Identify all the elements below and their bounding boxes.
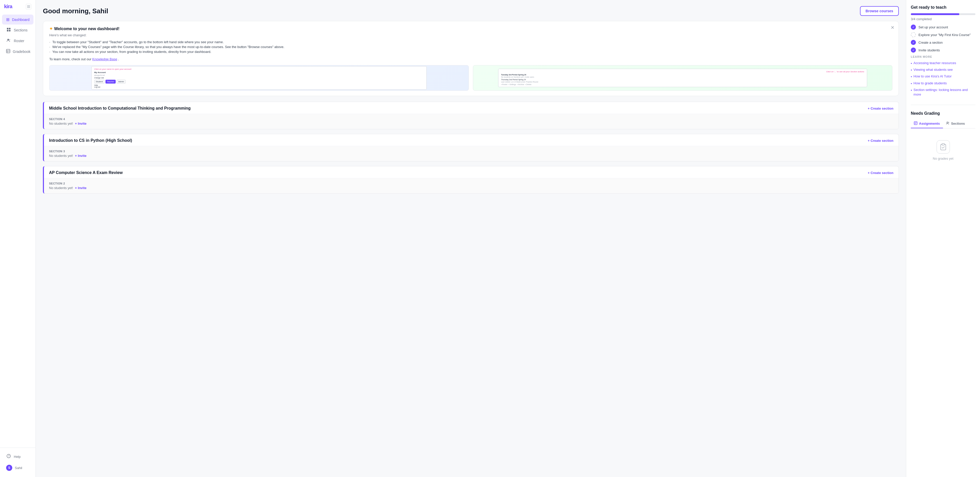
- invite-link[interactable]: + Invite: [75, 121, 87, 126]
- tab-sections[interactable]: Sections: [943, 119, 968, 128]
- ss-right-caption: Click on '...' to see all your Section a…: [501, 70, 864, 73]
- checklist-label: Invite students: [918, 48, 940, 52]
- checklist-label: Explore your "My First Kira Course": [918, 33, 970, 37]
- welcome-subtitle: Here's what we changed:: [49, 33, 892, 37]
- sidebar-item-user[interactable]: S Sahil: [2, 462, 33, 474]
- knowledge-base-link[interactable]: Knowledge Base: [92, 57, 117, 61]
- assignments-tab-icon: [914, 121, 918, 126]
- screenshot-left: Click on your name to open your account …: [49, 65, 469, 91]
- course-block: AP Computer Science A Exam Review + Crea…: [43, 166, 899, 194]
- section-card: SECTION 3 No students yet! + Invite: [44, 146, 899, 161]
- create-section-button[interactable]: + Create section: [868, 107, 893, 110]
- checklist-item-1: Explore your "My First Kira Course": [911, 32, 975, 37]
- sidebar-item-gradebook[interactable]: Gradebook: [2, 46, 33, 57]
- svg-rect-6: [9, 30, 11, 32]
- close-banner-button[interactable]: ✕: [891, 25, 894, 30]
- learn-link-0[interactable]: • Accessing teacher resources: [911, 61, 975, 65]
- course-header: AP Computer Science A Exam Review + Crea…: [44, 166, 899, 178]
- main-header: Good morning, Sahil Browse courses: [43, 6, 899, 16]
- create-section-button[interactable]: + Create section: [868, 139, 893, 142]
- main-content: Good morning, Sahil Browse courses ✕ ✦ W…: [36, 0, 906, 477]
- learn-link-2[interactable]: • How to use Kira's AI Tutor: [911, 74, 975, 79]
- sidebar-item-roster[interactable]: Roster: [2, 36, 33, 46]
- learn-link-1[interactable]: • Viewing what students see: [911, 67, 975, 72]
- svg-rect-2: [27, 7, 30, 8]
- courses-container: Middle School Introduction to Computatio…: [43, 102, 899, 194]
- sidebar-item-dashboard[interactable]: ⊞ Dashboard: [2, 14, 33, 24]
- app-logo: kira: [4, 3, 12, 10]
- checklist-item-3: ✓ Invite students: [911, 48, 975, 53]
- svg-rect-5: [7, 30, 8, 32]
- svg-rect-0: [27, 5, 30, 6]
- sidebar-logo: kira: [0, 0, 35, 12]
- gradebook-icon: [6, 49, 10, 54]
- sidebar-collapse-button[interactable]: [26, 4, 32, 10]
- browse-courses-button[interactable]: Browse courses: [860, 6, 899, 16]
- panel-divider: [911, 105, 975, 105]
- dashboard-icon: ⊞: [6, 17, 10, 22]
- svg-rect-1: [27, 6, 30, 7]
- tab-assignments[interactable]: Assignments: [911, 119, 943, 128]
- invite-link[interactable]: + Invite: [75, 154, 87, 158]
- sidebar: kira ⊞ Dashboard Sections: [0, 0, 36, 477]
- checklist-label: Create a section: [918, 41, 943, 45]
- bullet-icon: •: [911, 61, 912, 65]
- svg-rect-22: [942, 144, 945, 145]
- course-header: Introduction to CS in Python (High Schoo…: [44, 134, 899, 146]
- list-item: You can now take all actions on your sec…: [49, 49, 892, 54]
- section-label: SECTION 3: [49, 150, 893, 153]
- course-title: Introduction to CS in Python (High Schoo…: [49, 138, 132, 143]
- needs-grading-section: Needs Grading Assignments: [911, 111, 975, 163]
- sidebar-item-label: Sections: [14, 28, 27, 32]
- avatar: S: [6, 465, 12, 471]
- list-item: To toggle between your "Student" and "Te…: [49, 40, 892, 45]
- bullet-icon: •: [911, 68, 912, 72]
- svg-point-7: [7, 39, 9, 40]
- sidebar-item-help[interactable]: ? Help: [2, 451, 33, 462]
- checkmark-icon: ✓: [911, 48, 916, 53]
- sidebar-item-label: Sahil: [15, 466, 22, 470]
- svg-rect-4: [9, 28, 11, 29]
- sidebar-item-sections[interactable]: Sections: [2, 25, 33, 35]
- sidebar-item-label: Dashboard: [12, 18, 30, 22]
- create-section-button[interactable]: + Create section: [868, 171, 893, 175]
- section-students: No students yet! + Invite: [49, 154, 893, 158]
- sparkle-icon: ✦: [49, 26, 52, 31]
- checklist-item-2: ✓ Create a section: [911, 40, 975, 45]
- section-label: SECTION 2: [49, 182, 893, 185]
- svg-rect-9: [6, 49, 10, 53]
- learn-more-text: To learn more, check out our Knowledge B…: [49, 57, 892, 61]
- get-ready-section: Get ready to teach 3/4 completed ✓ Set u…: [911, 5, 975, 99]
- bullet-icon: •: [911, 88, 912, 93]
- sidebar-item-label: Gradebook: [13, 49, 30, 54]
- no-grades-text: No grades yet: [933, 156, 953, 160]
- learn-link-3[interactable]: • How to grade students: [911, 81, 975, 86]
- section-label: SECTION 4: [49, 118, 893, 121]
- get-ready-title: Get ready to teach: [911, 5, 975, 10]
- checkmark-icon: ✓: [911, 24, 916, 30]
- sidebar-nav: ⊞ Dashboard Sections: [0, 12, 35, 448]
- checkmark-icon: ✓: [911, 40, 916, 45]
- section-students: No students yet! + Invite: [49, 121, 893, 126]
- sidebar-item-label: Help: [14, 455, 21, 459]
- no-grades-area: No grades yet: [911, 132, 975, 163]
- progress-bar: [911, 13, 975, 15]
- screenshots-row: Click on your name to open your account …: [49, 65, 892, 91]
- page-title: Good morning, Sahil: [43, 7, 108, 15]
- welcome-list: To toggle between your "Student" and "Te…: [49, 40, 892, 54]
- invite-link[interactable]: + Invite: [75, 186, 87, 190]
- section-card: SECTION 2 No students yet! + Invite: [44, 178, 899, 193]
- collapse-icon: [27, 5, 30, 8]
- section-students: No students yet! + Invite: [49, 186, 893, 190]
- help-icon: ?: [6, 454, 11, 459]
- svg-text:?: ?: [8, 455, 10, 458]
- sections-tab-icon: [946, 121, 950, 126]
- pending-icon: [911, 32, 916, 37]
- list-item: We've replaced the "My Courses" page wit…: [49, 45, 892, 49]
- clipboard-icon: [937, 140, 950, 153]
- checklist-item-0: ✓ Set up your account: [911, 24, 975, 30]
- course-block: Middle School Introduction to Computatio…: [43, 102, 899, 129]
- welcome-banner: ✕ ✦ Welcome to your new dashboard! Here'…: [43, 21, 899, 96]
- section-card: SECTION 4 No students yet! + Invite: [44, 114, 899, 129]
- learn-link-4[interactable]: • Section settings: locking lessons and …: [911, 88, 975, 97]
